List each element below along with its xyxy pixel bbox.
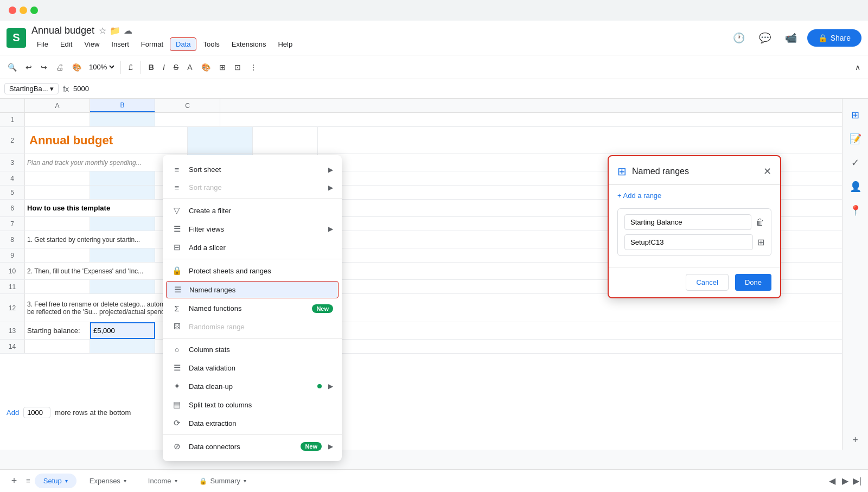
more-btn[interactable]: ⋮ [246,61,260,74]
sheet-tab-setup[interactable]: Setup ▾ [35,474,76,488]
maximize-button[interactable] [30,7,38,14]
currency-btn[interactable]: £ [125,61,136,74]
redo-btn[interactable]: ↪ [37,61,50,74]
folder-icon[interactable]: 📁 [110,25,120,36]
cell-b14[interactable] [90,340,155,353]
cell-b13-active[interactable]: £5,000 [90,322,155,339]
range-name-input[interactable] [624,214,751,230]
undo-btn[interactable]: ↩ [22,61,35,74]
menu-item-protect[interactable]: 🔒 Protect sheets and ranges [163,261,342,280]
menu-item-data-connectors[interactable]: ⊘ Data connectors New ▶ [163,437,342,456]
cell-b2[interactable] [188,127,253,154]
print-btn[interactable]: 🖨 [53,61,67,74]
comment-icon-btn[interactable]: 💬 [755,28,775,48]
menu-edit[interactable]: Edit [55,38,78,50]
star-icon[interactable]: ☆ [99,25,106,36]
add-sheet-button[interactable]: + [7,474,22,489]
sheet-tab-summary[interactable]: 🔒 Summary ▾ [190,474,256,488]
history-icon-btn[interactable]: 🕐 [729,28,749,48]
cell-b9[interactable] [90,248,155,262]
rows-input[interactable] [23,407,50,418]
cell-ref-dropdown[interactable]: ▾ [50,85,54,93]
cell-a1[interactable] [25,113,90,126]
cell-a14[interactable] [25,340,90,353]
text-color-btn[interactable]: A [184,61,195,74]
minimize-button[interactable] [20,7,27,14]
sidebar-check-icon[interactable]: ✓ [846,153,865,172]
menu-file[interactable]: File [31,38,54,50]
merge-btn[interactable]: ⊡ [231,61,244,74]
cell-b11[interactable] [90,280,155,293]
sheet-tab-expenses[interactable]: Expenses ▾ [81,474,135,488]
menu-view[interactable]: View [79,38,105,50]
cell-b7[interactable] [90,217,155,231]
scroll-left-btn[interactable]: ◀ [827,474,838,488]
video-icon-btn[interactable]: 📹 [781,28,801,48]
menu-item-filter-views[interactable]: ☰ Filter views ▶ [163,220,342,238]
sidebar-expand-icon[interactable]: + [846,430,865,450]
cell-b5[interactable] [90,186,155,199]
cell-a2[interactable]: Annual budget [25,127,188,154]
menu-item-named-functions[interactable]: Σ Named functions New [163,299,342,317]
cell-reference[interactable]: StartingBa... ▾ [4,83,59,94]
fill-color-btn[interactable]: 🎨 [198,61,214,74]
panel-close-button[interactable]: ✕ [763,165,771,177]
cell-a7[interactable] [25,217,90,231]
menu-item-data-extraction[interactable]: ⟳ Data extraction [163,414,342,432]
menu-item-data-validation[interactable]: ☰ Data validation [163,359,342,377]
menu-item-add-slicer[interactable]: ⊟ Add a slicer [163,238,342,257]
expand-btn[interactable]: ▶| [853,476,861,486]
menu-tools[interactable]: Tools [197,38,225,50]
menu-item-sort-sheet[interactable]: ≡ Sort sheet ▶ [163,161,342,178]
italic-btn[interactable]: I [159,61,168,74]
menu-item-create-filter[interactable]: ▽ Create a filter [163,201,342,220]
scroll-right-btn[interactable]: ▶ [840,474,851,488]
cell-b1[interactable] [90,113,155,126]
menu-format[interactable]: Format [136,38,169,50]
col-header-a[interactable]: A [25,99,90,112]
sidebar-sheets-icon[interactable]: ⊞ [846,105,865,125]
menu-data[interactable]: Data [170,37,196,51]
collapse-btn[interactable]: ∧ [852,61,864,74]
col-header-c[interactable]: C [155,99,220,112]
cell-b4[interactable] [90,171,155,185]
sheet-tab-income[interactable]: Income ▾ [139,474,186,488]
search-btn[interactable]: 🔍 [4,61,20,74]
bold-btn[interactable]: B [145,61,157,74]
cell-c2[interactable] [253,127,318,154]
borders-btn[interactable]: ⊞ [216,61,229,74]
range-delete-button[interactable]: 🗑 [756,218,764,227]
cell-a11[interactable] [25,280,90,293]
sidebar-maps-icon[interactable]: 📍 [846,201,865,220]
sidebar-notes-icon[interactable]: 📝 [846,129,865,149]
menu-item-data-cleanup[interactable]: ✦ Data clean-up ▶ [163,377,342,395]
menu-item-randomise[interactable]: ⚄ Randomise range [163,317,342,336]
cancel-button[interactable]: Cancel [686,274,728,291]
sheet-menu-button[interactable]: ≡ [26,477,30,485]
done-button[interactable]: Done [735,274,771,291]
add-range-link[interactable]: + Add a range [617,191,771,200]
col-header-b[interactable]: B [90,99,155,112]
menu-extensions[interactable]: Extensions [226,38,272,50]
menu-item-split-text[interactable]: ▤ Split text to columns [163,395,342,414]
cloud-icon[interactable]: ☁ [124,25,132,36]
zoom-selector[interactable]: 100% [87,62,116,72]
cell-c1[interactable] [155,113,220,126]
menu-item-column-stats[interactable]: ○ Column stats [163,341,342,359]
menu-insert[interactable]: Insert [106,38,135,50]
format-paint-btn[interactable]: 🎨 [69,61,85,74]
cell-a13[interactable]: Starting balance: [25,322,90,339]
add-rows-link[interactable]: Add [7,408,19,417]
close-button[interactable] [9,7,16,14]
sidebar-contacts-icon[interactable]: 👤 [846,177,865,196]
cell-a5[interactable] [25,186,90,199]
menu-item-named-ranges[interactable]: ☰ Named ranges [166,281,339,298]
range-ref-input[interactable] [624,234,753,250]
cell-a4[interactable] [25,171,90,185]
share-button[interactable]: 🔒 Share [807,29,861,47]
range-grid-button[interactable]: ⊞ [757,237,764,247]
menu-help[interactable]: Help [272,38,298,50]
strikethrough-btn[interactable]: S [170,61,182,74]
menu-item-sort-range[interactable]: ≡ Sort range ▶ [163,178,342,196]
cell-a9[interactable] [25,248,90,262]
